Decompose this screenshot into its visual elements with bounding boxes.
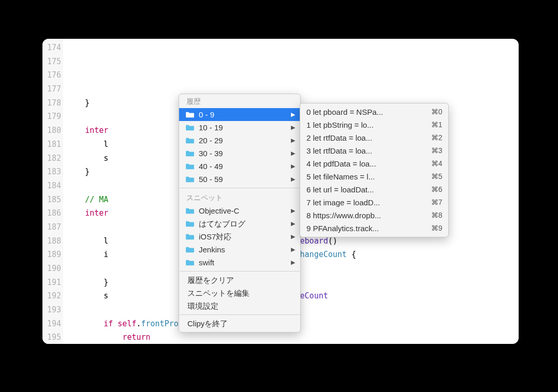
code-token: l <box>66 140 108 149</box>
snippet-folder-item[interactable]: Jenkins▶ <box>179 243 300 256</box>
menu-item-label: スニペットを編集 <box>187 287 249 299</box>
line-number: 177 <box>42 82 63 96</box>
clipboard-history-item[interactable]: 0 let pboard = NSPa...⌘0 <box>300 105 448 118</box>
code-token: return <box>122 333 150 342</box>
code-token: l <box>66 236 193 246</box>
folder-icon <box>185 207 195 215</box>
history-item-label: 2 let rtfData = loa... <box>306 131 372 144</box>
code-line[interactable] <box>63 41 519 55</box>
keyboard-shortcut: ⌘5 <box>431 170 442 183</box>
line-number: 187 <box>42 220 63 234</box>
snippet-folder-item[interactable]: iOS7対応▶ <box>179 230 300 243</box>
folder-icon <box>185 176 195 183</box>
folder-icon <box>185 124 195 131</box>
menu-action-item[interactable]: 環境設定 <box>179 299 300 312</box>
clipy-context-menu: 履歴 0 - 9▶10 - 19▶20 - 29▶30 - 39▶40 - 49… <box>179 94 301 333</box>
keyboard-shortcut: ⌘0 <box>431 105 442 118</box>
code-token <box>66 333 122 342</box>
clipboard-history-item[interactable]: 1 let pbString = lo...⌘1 <box>300 118 448 131</box>
history-range-item[interactable]: 0 - 9▶ <box>179 108 300 121</box>
clipboard-history-item[interactable]: 2 let rtfData = loa...⌘2 <box>300 131 448 144</box>
line-number: 176 <box>42 68 63 82</box>
menu-item-label: 20 - 29 <box>199 134 223 147</box>
code-token <box>66 126 85 135</box>
line-number: 182 <box>42 152 63 165</box>
keyboard-shortcut: ⌘6 <box>431 183 442 196</box>
menu-action-item[interactable]: 履歴をクリア <box>179 274 300 287</box>
code-token <box>66 195 85 204</box>
line-number: 193 <box>42 303 63 317</box>
folder-icon <box>185 111 195 118</box>
submenu-arrow-icon: ▶ <box>291 230 295 243</box>
code-token <box>66 208 85 218</box>
line-number: 178 <box>42 96 63 110</box>
history-range-item[interactable]: 40 - 49▶ <box>179 160 300 173</box>
submenu-arrow-icon: ▶ <box>291 121 295 134</box>
line-number: 175 <box>42 55 63 69</box>
submenu-arrow-icon: ▶ <box>291 134 295 147</box>
menu-separator <box>180 188 300 188</box>
menu-item-label: 50 - 59 <box>199 173 223 186</box>
folder-icon <box>185 259 195 266</box>
clipboard-history-item[interactable]: 7 let image = loadD...⌘7 <box>300 196 448 209</box>
code-token: } <box>66 167 90 176</box>
line-number: 188 <box>42 234 63 248</box>
clipboard-history-item[interactable]: 6 let url = loadDat...⌘6 <box>300 183 448 196</box>
history-item-label: 9 PFAnalytics.track... <box>306 222 379 235</box>
line-number: 185 <box>42 193 63 207</box>
keyboard-shortcut: ⌘2 <box>431 131 442 144</box>
line-number: 194 <box>42 317 63 331</box>
history-item-label: 7 let image = loadD... <box>306 196 380 209</box>
menu-item-label: Objective-C <box>199 204 239 217</box>
menu-action-item[interactable]: スニペットを編集 <box>179 287 300 299</box>
snippet-section-title: スニペット <box>179 190 300 204</box>
submenu-arrow-icon: ▶ <box>291 173 295 186</box>
line-number: 190 <box>42 262 63 276</box>
submenu-arrow-icon: ▶ <box>291 243 295 256</box>
history-range-item[interactable]: 50 - 59▶ <box>179 173 300 186</box>
code-token: } <box>66 278 108 287</box>
code-token: if <box>104 319 113 328</box>
submenu-arrow-icon: ▶ <box>291 147 295 160</box>
menu-separator <box>180 271 300 272</box>
clipboard-history-item[interactable]: 3 let rtfData = loa...⌘3 <box>300 144 448 157</box>
keyboard-shortcut: ⌘1 <box>431 118 442 131</box>
folder-icon <box>185 163 195 170</box>
submenu-arrow-icon: ▶ <box>291 108 295 121</box>
history-range-item[interactable]: 20 - 29▶ <box>179 134 300 147</box>
line-number-gutter: 1741751761771781791801811821831841851861… <box>42 39 63 344</box>
menu-item-label: 履歴をクリア <box>187 274 234 287</box>
code-token: s <box>66 154 108 163</box>
code-line[interactable] <box>63 68 519 82</box>
submenu-arrow-icon: ▶ <box>291 256 295 269</box>
code-line[interactable] <box>63 55 519 69</box>
history-range-item[interactable]: 10 - 19▶ <box>179 121 300 134</box>
submenu-arrow-icon: ▶ <box>291 160 295 173</box>
line-number: 191 <box>42 276 63 290</box>
clipboard-history-item[interactable]: 9 PFAnalytics.track...⌘9 <box>300 222 448 235</box>
quit-label: Clipyを終了 <box>187 317 228 330</box>
history-item-label: 3 let rtfData = loa... <box>306 144 372 157</box>
history-range-item[interactable]: 30 - 39▶ <box>179 147 300 160</box>
snippet-folder-item[interactable]: Objective-C▶ <box>179 204 300 217</box>
code-token: { <box>347 250 356 259</box>
keyboard-shortcut: ⌘3 <box>431 144 442 157</box>
snippet-folder-item[interactable]: swift▶ <box>179 256 300 269</box>
history-item-label: 8 https://www.dropb... <box>306 209 381 222</box>
menu-item-label: iOS7対応 <box>199 230 231 243</box>
code-token: () <box>328 236 337 246</box>
history-item-label: 6 let url = loadDat... <box>306 183 374 196</box>
submenu-arrow-icon: ▶ <box>291 217 295 230</box>
menu-item-label: 30 - 39 <box>199 147 223 160</box>
line-number: 179 <box>42 110 63 124</box>
clipboard-history-item[interactable]: 5 let fileNames = l...⌘5 <box>300 170 448 183</box>
clipboard-history-item[interactable]: 4 let pdfData = loa...⌘4 <box>300 157 448 170</box>
code-line[interactable]: return <box>63 330 519 344</box>
code-token: inter <box>85 208 108 218</box>
snippet-folder-item[interactable]: はてなブログ▶ <box>179 217 300 230</box>
folder-icon <box>185 137 195 144</box>
quit-clipy-item[interactable]: Clipyを終了 <box>179 317 300 330</box>
code-token: . <box>136 319 141 328</box>
clipboard-history-item[interactable]: 8 https://www.dropb...⌘8 <box>300 209 448 222</box>
menu-item-label: はてなブログ <box>199 217 245 230</box>
